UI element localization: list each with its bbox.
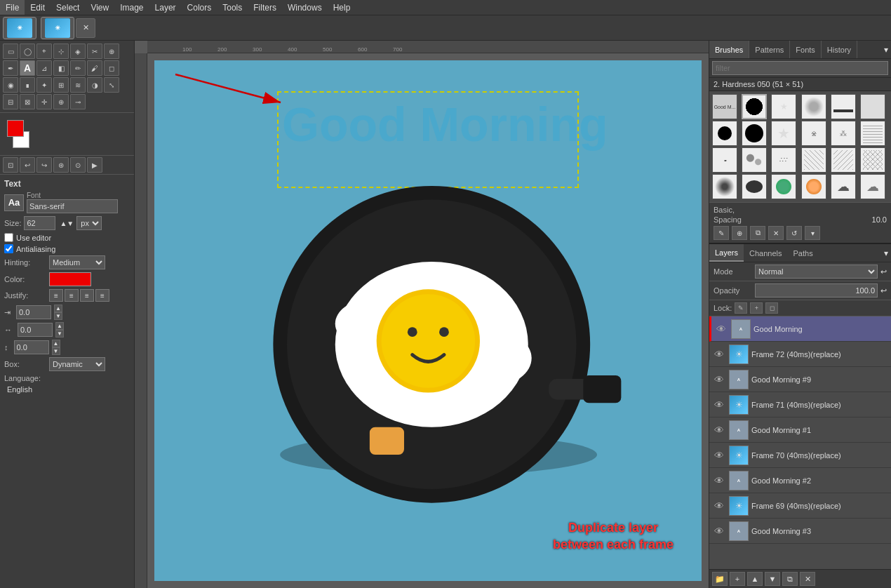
- brush-delete-icon[interactable]: ✕: [768, 226, 784, 240]
- foreground-color-swatch[interactable]: [7, 120, 24, 137]
- box-select[interactable]: Dynamic Fixed: [49, 357, 105, 371]
- hinting-select[interactable]: Medium None Slight Full: [49, 255, 105, 269]
- collapse-toolbox-button[interactable]: ▶: [87, 157, 102, 173]
- brush-cell-star[interactable]: ★: [771, 94, 796, 119]
- menu-colors[interactable]: Colors: [182, 0, 217, 15]
- font-input[interactable]: [27, 199, 118, 213]
- brush-cell-soft[interactable]: [801, 94, 826, 119]
- tool-airbrush[interactable]: ◉: [3, 77, 18, 93]
- tool-paths[interactable]: ✒: [3, 60, 18, 76]
- tool-clone[interactable]: ⊞: [53, 77, 69, 93]
- tool-free-select[interactable]: ⌖: [36, 44, 52, 59]
- brush-edit-icon[interactable]: ✎: [714, 226, 729, 240]
- indent-input[interactable]: [16, 305, 51, 319]
- mode-select[interactable]: Normal Multiply Screen: [755, 265, 878, 279]
- tool-extra-2[interactable]: ↩: [20, 157, 35, 173]
- indent-down[interactable]: ▼: [54, 312, 62, 320]
- brush-cell-hardness2[interactable]: [712, 121, 737, 146]
- tool-scissors[interactable]: ✂: [87, 44, 102, 59]
- layers-panel-menu[interactable]: ▾: [881, 244, 891, 262]
- tool-eraser[interactable]: ◻: [104, 60, 119, 76]
- layer-item-0[interactable]: 👁 A Good Morning: [709, 316, 891, 342]
- justify-fill-button[interactable]: ≡: [95, 289, 109, 302]
- brush-cell-scatter3[interactable]: ∴∵: [771, 147, 796, 173]
- layer-eye-8[interactable]: 👁: [712, 524, 726, 538]
- tab-image1[interactable]: ☀: [3, 17, 36, 39]
- tool-heal[interactable]: ✦: [36, 77, 52, 93]
- tool-extra-1[interactable]: ⊡: [3, 157, 18, 173]
- tool-blend[interactable]: ◧: [53, 60, 69, 76]
- justify-center-button[interactable]: ≡: [65, 289, 79, 302]
- layer-eye-1[interactable]: 👁: [712, 347, 726, 361]
- brush-cell-star2[interactable]: ★: [771, 121, 796, 146]
- brush-cell-hardness3[interactable]: [742, 121, 767, 146]
- tool-crop[interactable]: ⊠: [20, 94, 35, 109]
- brush-filter-input[interactable]: [712, 61, 888, 75]
- tab-layers[interactable]: Layers: [709, 244, 744, 262]
- opacity-input[interactable]: [755, 283, 878, 298]
- justify-right-button[interactable]: ≡: [80, 289, 94, 302]
- brush-menu-icon[interactable]: ▾: [805, 226, 820, 240]
- tool-extra-5[interactable]: ⊙: [70, 157, 86, 173]
- opacity-reset-icon[interactable]: ↩: [880, 286, 887, 295]
- mode-reset-icon[interactable]: ↩: [880, 267, 887, 276]
- tool-select-by-color[interactable]: ◈: [70, 44, 86, 59]
- brush-cell-orange[interactable]: [801, 174, 826, 199]
- brush-cell-text[interactable]: Good M...: [712, 94, 737, 119]
- brush-cell-hardness[interactable]: [742, 94, 767, 119]
- menu-edit[interactable]: Edit: [25, 0, 51, 15]
- tool-rectangle-select[interactable]: ▭: [3, 44, 18, 59]
- tool-move[interactable]: ✛: [36, 94, 52, 109]
- line-spacing-input[interactable]: [14, 340, 49, 354]
- brush-cell-grunge1[interactable]: ※: [801, 121, 826, 146]
- brush-cell-splotch1[interactable]: ☁: [831, 174, 856, 199]
- layer-item-3[interactable]: 👁 ☀ Frame 71 (40ms)(replace): [709, 392, 891, 417]
- menu-image[interactable]: Image: [114, 0, 149, 15]
- tab-image2[interactable]: ☀: [41, 17, 74, 39]
- tool-dodge-burn[interactable]: ◑: [87, 77, 102, 93]
- menu-layer[interactable]: Layer: [149, 0, 182, 15]
- indent-up[interactable]: ▲: [54, 305, 62, 312]
- tool-pencil[interactable]: ✏: [70, 60, 86, 76]
- panel-menu-button[interactable]: ▾: [881, 41, 891, 58]
- lock-pixels-icon[interactable]: ✎: [735, 302, 747, 314]
- layer-eye-7[interactable]: 👁: [712, 499, 726, 513]
- new-layer-group-button[interactable]: 📁: [712, 572, 728, 586]
- lower-layer-button[interactable]: ▼: [765, 572, 780, 586]
- brush-cell-splotch2[interactable]: ☁: [860, 174, 885, 199]
- size-unit-select[interactable]: px pt: [76, 216, 102, 230]
- line-spacing-down[interactable]: ▼: [52, 347, 60, 355]
- tab-patterns[interactable]: Patterns: [749, 41, 790, 58]
- tool-extra-3[interactable]: ↪: [36, 157, 52, 173]
- raise-layer-button[interactable]: ▲: [747, 572, 763, 586]
- brush-cell-grunge2[interactable]: ⁂: [831, 121, 856, 146]
- brush-cell-diagonal2[interactable]: [831, 147, 856, 173]
- tab-history[interactable]: History: [822, 41, 857, 58]
- tool-transform[interactable]: ⤡: [104, 77, 119, 93]
- layer-item-4[interactable]: 👁 A Good Morning #1: [709, 417, 891, 443]
- layer-item-2[interactable]: 👁 A Good Morning #9: [709, 367, 891, 392]
- menu-file[interactable]: File: [0, 0, 25, 15]
- antialiasing-checkbox[interactable]: [4, 244, 13, 253]
- menu-view[interactable]: View: [85, 0, 114, 15]
- new-layer-button[interactable]: +: [730, 572, 745, 586]
- tool-fuzzy-select[interactable]: ⊹: [53, 44, 69, 59]
- close-tab-button[interactable]: ✕: [76, 18, 95, 38]
- brush-cell-green[interactable]: [771, 174, 796, 199]
- layer-item-1[interactable]: 👁 ☀ Frame 72 (40ms)(replace): [709, 342, 891, 367]
- tab-fonts[interactable]: Fonts: [790, 41, 822, 58]
- spacing-down[interactable]: ▼: [55, 330, 64, 338]
- menu-tools[interactable]: Tools: [217, 0, 248, 15]
- brush-cell-lines[interactable]: [860, 121, 885, 146]
- text-color-button[interactable]: [49, 272, 91, 286]
- canvas-background[interactable]: Good Morning: [154, 60, 702, 581]
- brush-cell-soft2[interactable]: [712, 174, 737, 199]
- menu-help[interactable]: Help: [328, 0, 356, 15]
- tab-brushes[interactable]: Brushes: [709, 41, 749, 58]
- menu-windows[interactable]: Windows: [282, 0, 328, 15]
- tool-smudge[interactable]: ≋: [70, 77, 86, 93]
- tool-foreground-select[interactable]: ⊕: [104, 44, 119, 59]
- justify-left-button[interactable]: ≡: [49, 289, 63, 302]
- brush-duplicate-icon[interactable]: ⧉: [750, 226, 765, 240]
- tab-paths[interactable]: Paths: [788, 244, 819, 262]
